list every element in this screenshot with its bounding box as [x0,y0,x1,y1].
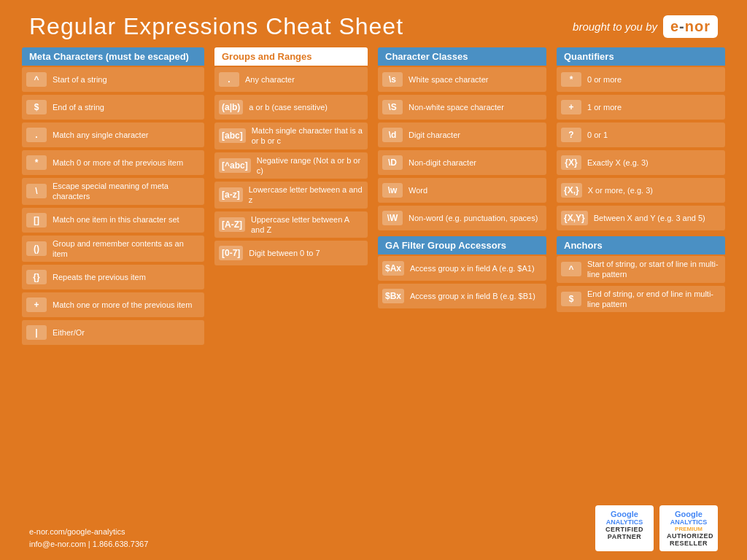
list-item: +1 or more [557,95,725,120]
meta-characters-list: ^Start of a string$End of a string.Match… [22,67,204,345]
anchors-list: ^Start of string, or start of line in mu… [557,256,725,312]
list-item: [abc]Match single character that is a or… [214,122,368,149]
item-desc: 0 or more [587,74,622,85]
partner-text: PARTNER [603,533,646,540]
list-item: [0-7]Digit between 0 to 7 [214,241,368,265]
list-item: \WNon-word (e.g. punctuation, spaces) [378,206,546,230]
certified-text: CERTIFIED [603,526,646,533]
list-item: ^Start of string, or start of line in mu… [557,256,725,283]
list-item: [^abc]Negative range (Not a or b or c) [214,152,368,179]
quantifiers-list: *0 or more+1 or more?0 or 1{X}Exactly X … [557,67,725,230]
item-key: [abc] [219,128,246,143]
google-text-1: Google [603,510,646,518]
item-desc: End of a string [53,102,104,112]
item-desc: Word [409,185,427,195]
item-key: {X,Y} [561,211,588,225]
item-desc: Negative range (Not a or b or c) [257,155,363,176]
item-key: . [26,128,47,142]
item-key: ? [561,128,581,142]
list-item: []Match one item in this character set [22,208,204,233]
footer-badges: Google ANALYTICS CERTIFIED PARTNER Googl… [595,505,718,551]
groups-ranges-list: .Any character(a|b)a or b (case sensitiv… [214,67,368,265]
item-desc: End of string, or end of line in multi-l… [587,289,721,310]
premium-text: PREMIUM [667,526,711,532]
footer-contact: e-nor.com/google-analytics info@e-nor.co… [29,526,148,551]
list-item: $End of a string [22,95,204,120]
item-key: ^ [26,72,47,87]
ga-filter-header: GA Filter Group Accessors [378,236,546,254]
item-desc: Access group x in field A (e.g. $A1) [410,263,535,273]
item-key: \d [382,128,403,142]
item-key: $ [26,100,47,114]
item-key: + [26,298,47,312]
item-desc: Match single character that is a or b or… [252,125,363,147]
item-desc: Match one or more of the previous item [53,300,192,310]
footer-line1: e-nor.com/google-analytics [29,526,148,539]
item-key: \ [26,184,47,198]
item-key: [a-z] [219,187,243,202]
item-key: + [561,100,581,114]
item-desc: Between X and Y (e.g. 3 and 5) [594,213,705,223]
item-key: $Ax [382,261,404,276]
item-desc: Access group x in field B (e.g. $B1) [410,291,535,301]
anchors-section: Anchors ^Start of string, or start of li… [557,236,725,312]
anchors-header: Anchors [557,236,725,254]
item-key: [A-Z] [219,217,245,232]
list-item: +Match one or more of the previous item [22,292,204,317]
item-key: * [26,155,47,170]
groups-ranges-header: Groups and Ranges [214,47,368,66]
item-key: {X} [561,155,581,170]
list-item: *0 or more [557,67,725,92]
item-key: $ [561,292,581,306]
meta-characters-header: Meta Characters (must be escaped) [22,47,204,66]
list-item: ?0 or 1 [557,122,725,147]
list-item: ()Group and remember contents as an item [22,236,204,262]
list-item: *Match 0 or more of the previous item [22,150,204,175]
character-classes-section: Character Classes \sWhite space characte… [378,47,546,230]
list-item: {}Repeats the previous item [22,265,204,289]
item-desc: Digit character [409,130,460,140]
brand-logo: e-nor [663,15,718,38]
item-key: . [219,72,239,87]
main-content: Meta Characters (must be escaped) ^Start… [0,47,747,345]
item-desc: Exactly X (e.g. 3) [587,158,649,168]
item-key: \S [382,100,403,114]
list-item: |Either/Or [22,320,204,345]
list-item: {X,}X or more, (e.g. 3) [557,178,725,203]
list-item: $BxAccess group x in field B (e.g. $B1) [378,284,546,308]
analytics-text-2: ANALYTICS [667,518,711,526]
list-item: \dDigit character [378,122,546,147]
item-desc: Match one item in this character set [53,214,179,225]
reseller-label: RESELLER [667,540,711,547]
item-key: {X,} [561,183,582,198]
brand-prefix: brought to you by [573,20,657,33]
item-desc: 0 or 1 [587,130,608,140]
list-item: {X,Y}Between X and Y (e.g. 3 and 5) [557,206,725,230]
reseller-text: AUTHORIZED [667,532,711,540]
item-desc: Group and remember contents as an item [53,238,200,260]
item-key: \s [382,72,403,87]
item-key: $Bx [382,289,404,303]
quantifiers-section: Quantifiers *0 or more+1 or more?0 or 1{… [557,47,725,230]
list-item: $AxAccess group x in field A (e.g. $A1) [378,256,546,281]
ga-filter-section: GA Filter Group Accessors $AxAccess grou… [378,236,546,312]
list-item: ^Start of a string [22,67,204,92]
item-desc: Non-word (e.g. punctuation, spaces) [409,213,538,223]
list-item: (a|b)a or b (case sensitive) [214,95,368,120]
item-key: {} [26,270,47,284]
item-desc: Either/Or [53,327,85,338]
item-desc: Non-digit character [409,158,476,168]
item-desc: Digit between 0 to 7 [249,248,320,258]
item-key: (a|b) [219,100,243,114]
list-item: .Match any single character [22,122,204,147]
right-bottom: GA Filter Group Accessors $AxAccess grou… [378,236,725,312]
item-desc: 1 or more [587,102,622,112]
item-desc: Non-white space character [409,102,504,112]
item-desc: a or b (case sensitive) [249,102,328,112]
item-desc: Lowercase letter between a and z [249,184,363,206]
item-desc: Uppercase letter between A and Z [251,214,363,236]
right-top: Character Classes \sWhite space characte… [378,47,725,230]
footer-line2: info@e-nor.com | 1.866.638.7367 [29,538,148,551]
page-header: Regular Expressions Cheat Sheet brought … [0,0,747,47]
google-text-2: Google [667,510,711,518]
